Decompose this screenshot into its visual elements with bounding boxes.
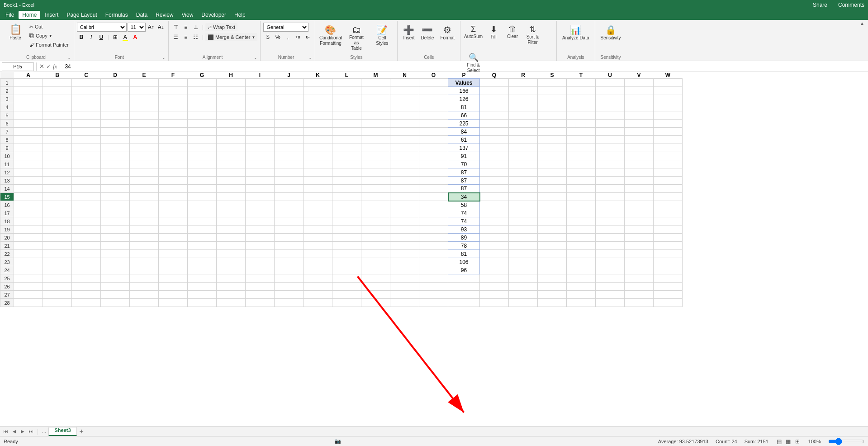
- cell-K24[interactable]: [304, 266, 332, 274]
- cell-M21[interactable]: [361, 242, 390, 250]
- cell-J15[interactable]: [275, 193, 304, 201]
- cell-R7[interactable]: [509, 128, 538, 136]
- page-break-view-button[interactable]: ⊞: [794, 438, 801, 445]
- cell-P10[interactable]: 91: [448, 152, 480, 160]
- row-num-2[interactable]: 2: [0, 87, 14, 95]
- cell-I14[interactable]: [246, 185, 275, 193]
- cell-P25[interactable]: [448, 274, 480, 283]
- cell-V17[interactable]: [625, 209, 654, 217]
- cell-M23[interactable]: [361, 258, 390, 266]
- cell-K13[interactable]: [304, 177, 332, 185]
- cell-J19[interactable]: [275, 225, 304, 234]
- cell-L3[interactable]: [332, 95, 361, 103]
- wrap-text-button[interactable]: ⇌ Wrap Text: [205, 23, 237, 31]
- tab-nav-next[interactable]: ▶: [19, 428, 26, 435]
- cell-G17[interactable]: [188, 209, 217, 217]
- cell-T20[interactable]: [567, 234, 596, 242]
- cell-A7[interactable]: [14, 128, 43, 136]
- cell-L16[interactable]: [332, 201, 361, 209]
- cell-A21[interactable]: [14, 242, 43, 250]
- cell-T12[interactable]: [567, 168, 596, 177]
- cell-H21[interactable]: [217, 242, 246, 250]
- cell-J9[interactable]: [275, 144, 304, 152]
- cell-I28[interactable]: [246, 299, 275, 307]
- cell-Q12[interactable]: [480, 168, 509, 177]
- share-button[interactable]: Share: [807, 0, 833, 10]
- cell-R11[interactable]: [509, 160, 538, 168]
- cell-I27[interactable]: [246, 291, 275, 299]
- cell-S19[interactable]: [538, 225, 567, 234]
- cell-G10[interactable]: [188, 152, 217, 160]
- cell-U6[interactable]: [596, 120, 625, 128]
- menu-file[interactable]: File: [2, 11, 18, 19]
- decrease-font-button[interactable]: A↓: [157, 23, 166, 32]
- cell-B17[interactable]: [43, 209, 72, 217]
- cell-P26[interactable]: [448, 283, 480, 291]
- cell-L15[interactable]: [332, 193, 361, 201]
- cell-S10[interactable]: [538, 152, 567, 160]
- cell-W27[interactable]: [654, 291, 683, 299]
- cell-Q18[interactable]: [480, 217, 509, 225]
- cell-J6[interactable]: [275, 120, 304, 128]
- cell-F8[interactable]: [159, 136, 188, 144]
- cell-I8[interactable]: [246, 136, 275, 144]
- cell-N27[interactable]: [390, 291, 419, 299]
- row-num-15[interactable]: 15: [0, 193, 14, 201]
- row-num-14[interactable]: 14: [0, 185, 14, 193]
- cell-O5[interactable]: [419, 111, 448, 120]
- cell-A4[interactable]: [14, 103, 43, 111]
- cell-O3[interactable]: [419, 95, 448, 103]
- cell-O21[interactable]: [419, 242, 448, 250]
- cell-E27[interactable]: [130, 291, 159, 299]
- cell-B22[interactable]: [43, 250, 72, 258]
- cell-D25[interactable]: [101, 274, 130, 283]
- cell-O9[interactable]: [419, 144, 448, 152]
- cell-U4[interactable]: [596, 103, 625, 111]
- cancel-formula-icon[interactable]: ✕: [39, 63, 44, 70]
- cell-P11[interactable]: 70: [448, 160, 480, 168]
- cell-G16[interactable]: [188, 201, 217, 209]
- menu-data[interactable]: Data: [133, 11, 151, 19]
- cell-W4[interactable]: [654, 103, 683, 111]
- cell-A1[interactable]: [14, 79, 43, 87]
- cell-P16[interactable]: 58: [448, 201, 480, 209]
- cell-N17[interactable]: [390, 209, 419, 217]
- cell-U9[interactable]: [596, 144, 625, 152]
- cell-O25[interactable]: [419, 274, 448, 283]
- cell-C7[interactable]: [72, 128, 101, 136]
- cell-J5[interactable]: [275, 111, 304, 120]
- cell-H28[interactable]: [217, 299, 246, 307]
- tab-nav-first[interactable]: ⏮: [2, 428, 10, 435]
- cell-M27[interactable]: [361, 291, 390, 299]
- cell-M22[interactable]: [361, 250, 390, 258]
- cell-F6[interactable]: [159, 120, 188, 128]
- cell-M24[interactable]: [361, 266, 390, 274]
- cell-F20[interactable]: [159, 234, 188, 242]
- cell-S17[interactable]: [538, 209, 567, 217]
- cell-T22[interactable]: [567, 250, 596, 258]
- cell-M26[interactable]: [361, 283, 390, 291]
- cell-P1[interactable]: Values: [448, 79, 480, 87]
- cell-J17[interactable]: [275, 209, 304, 217]
- cell-O23[interactable]: [419, 258, 448, 266]
- cell-Q2[interactable]: [480, 87, 509, 95]
- row-num-7[interactable]: 7: [0, 128, 14, 136]
- cell-V8[interactable]: [625, 136, 654, 144]
- cell-M3[interactable]: [361, 95, 390, 103]
- cell-R19[interactable]: [509, 225, 538, 234]
- cell-J3[interactable]: [275, 95, 304, 103]
- cell-I2[interactable]: [246, 87, 275, 95]
- cell-F18[interactable]: [159, 217, 188, 225]
- cell-A11[interactable]: [14, 160, 43, 168]
- col-header-A[interactable]: A: [14, 72, 43, 79]
- cell-S6[interactable]: [538, 120, 567, 128]
- cell-U3[interactable]: [596, 95, 625, 103]
- zoom-slider[interactable]: [828, 439, 864, 444]
- cell-L20[interactable]: [332, 234, 361, 242]
- tab-nav-last[interactable]: ⏭: [27, 428, 35, 435]
- cell-Q22[interactable]: [480, 250, 509, 258]
- cell-I9[interactable]: [246, 144, 275, 152]
- sheet-tab-sheet3[interactable]: Sheet3: [48, 427, 76, 436]
- col-header-D[interactable]: D: [101, 72, 130, 79]
- cell-B10[interactable]: [43, 152, 72, 160]
